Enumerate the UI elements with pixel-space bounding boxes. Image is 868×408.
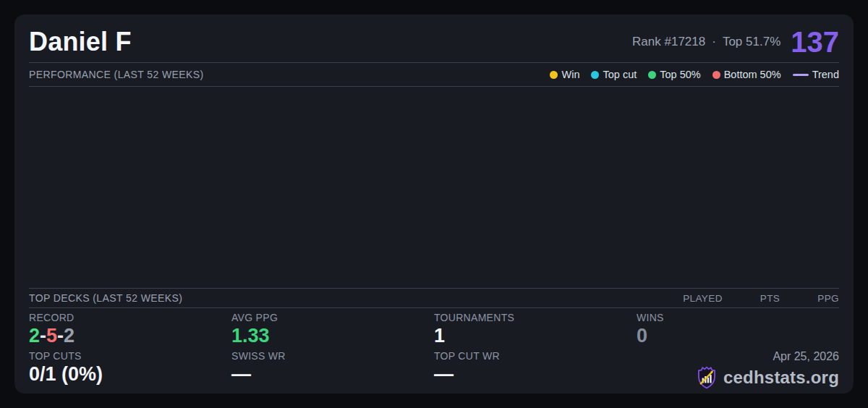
stat-label: TOURNAMENTS <box>434 312 637 323</box>
stat-avg-ppg: AVG PPG 1.33 <box>231 312 434 350</box>
trend-line-icon <box>793 74 809 76</box>
performance-title: PERFORMANCE (LAST 52 WEEKS) <box>29 69 204 80</box>
stat-label: RECORD <box>29 312 231 323</box>
record-wins: 2 <box>29 325 40 347</box>
record-separator: - <box>40 325 46 347</box>
top-decks-columns: PLAYED PTS PPG <box>683 293 839 304</box>
legend-label: Top cut <box>603 69 637 80</box>
win-dot-icon <box>550 71 558 79</box>
legend-item-trend[interactable]: Trend <box>793 69 839 80</box>
stat-wins: WINS 0 <box>637 312 839 350</box>
record-losses: 5 <box>46 325 57 347</box>
rank-summary: Rank #17218 · Top 51.7% 137 <box>632 27 839 56</box>
stat-label: WINS <box>637 312 839 323</box>
card-header: Daniel F Rank #17218 · Top 51.7% 137 <box>29 22 839 62</box>
performance-header: PERFORMANCE (LAST 52 WEEKS) Win Top cut … <box>29 63 839 86</box>
branding-cell: Apr 25, 2026 cedhstats.org <box>637 350 839 389</box>
player-stats-card: Daniel F Rank #17218 · Top 51.7% 137 PER… <box>14 14 854 394</box>
column-played: PLAYED <box>683 293 723 304</box>
record-value: 2-5-2 <box>29 326 231 346</box>
legend-label: Trend <box>812 69 839 80</box>
top-percent-text: Top 51.7% <box>723 35 780 49</box>
stat-swiss-wr: SWISS WR — <box>231 350 434 389</box>
rank-line: Rank #17218 · Top 51.7% <box>632 35 780 49</box>
cedhstats-shield-logo-icon <box>696 366 718 389</box>
stat-top-cuts: TOP CUTS 0/1 (0%) <box>29 350 231 389</box>
legend-label: Top 50% <box>660 69 700 80</box>
card-date: Apr 25, 2026 <box>773 350 839 363</box>
brand-name[interactable]: cedhstats.org <box>723 367 839 388</box>
stats-grid: RECORD 2-5-2 AVG PPG 1.33 TOURNAMENTS 1 … <box>29 308 839 389</box>
stat-tournaments: TOURNAMENTS 1 <box>434 312 637 350</box>
legend-item-bottom50[interactable]: Bottom 50% <box>712 69 781 80</box>
chart-legend: Win Top cut Top 50% Bottom 50% Trend <box>550 69 839 80</box>
avg-ppg-value: 1.33 <box>231 326 434 346</box>
stat-top-cut-wr: TOP CUT WR — <box>434 350 637 389</box>
stat-record: RECORD 2-5-2 <box>29 312 231 350</box>
swiss-wr-value: — <box>231 364 434 384</box>
brand-row: cedhstats.org <box>696 366 839 389</box>
top-cut-dot-icon <box>591 71 599 79</box>
top-decks-header: TOP DECKS (LAST 52 WEEKS) PLAYED PTS PPG <box>29 289 839 307</box>
record-separator: - <box>57 325 64 347</box>
legend-label: Win <box>561 69 579 80</box>
column-pts: PTS <box>760 293 780 304</box>
legend-item-top-cut[interactable]: Top cut <box>591 69 637 80</box>
bottom50-dot-icon <box>712 71 720 79</box>
legend-item-top50[interactable]: Top 50% <box>648 69 700 80</box>
stat-label: TOP CUTS <box>29 350 231 362</box>
legend-item-win[interactable]: Win <box>550 69 579 80</box>
legend-label: Bottom 50% <box>724 69 781 80</box>
rating-value: 137 <box>791 27 839 56</box>
tournaments-value: 1 <box>434 326 637 346</box>
rank-text: Rank #17218 <box>632 35 705 49</box>
stat-label: AVG PPG <box>231 312 434 323</box>
wins-value: 0 <box>637 326 839 346</box>
column-ppg: PPG <box>817 293 839 304</box>
stat-label: SWISS WR <box>231 350 434 362</box>
record-draws: 2 <box>64 325 75 347</box>
player-name: Daniel F <box>29 27 132 57</box>
stat-label: TOP CUT WR <box>434 350 637 362</box>
top-cuts-value: 0/1 (0%) <box>29 364 231 384</box>
top-cut-wr-value: — <box>434 364 637 384</box>
top-decks-title: TOP DECKS (LAST 52 WEEKS) <box>29 292 182 304</box>
top50-dot-icon <box>648 71 656 79</box>
rank-separator: · <box>712 35 716 49</box>
performance-chart-area <box>29 87 839 288</box>
